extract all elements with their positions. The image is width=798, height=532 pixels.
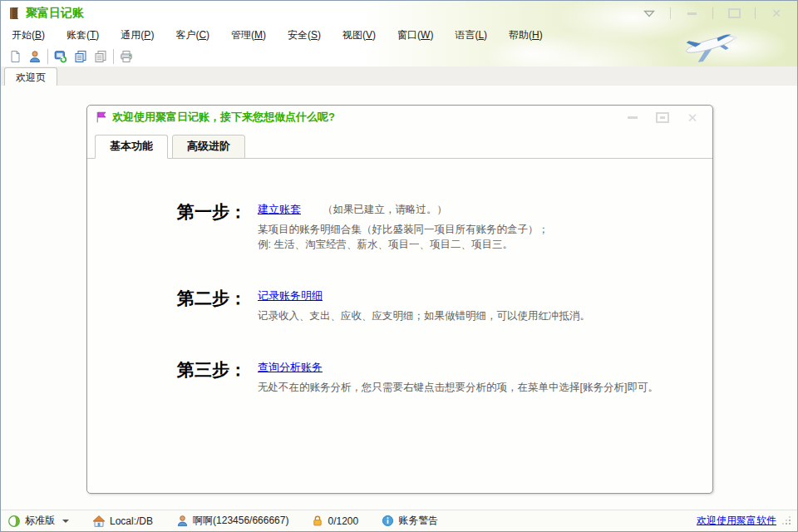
user-icon <box>28 50 42 63</box>
step-2-description: 记录收入、支出、应收、应支明细；如果做错明细，可以使用红冲抵消。 <box>258 308 590 323</box>
quota-status[interactable]: 0/1200 <box>312 515 358 527</box>
controls-divider <box>755 7 756 19</box>
child-title-bar: 欢迎使用聚富日记账，接下来您想做点什么呢? ✕ <box>87 106 712 129</box>
menu-item-security[interactable]: 安全(S) <box>277 24 332 47</box>
child-minimize-button[interactable] <box>624 111 641 123</box>
minimize-icon <box>628 116 638 119</box>
edition-icon <box>7 515 21 528</box>
copy-icon <box>74 50 87 63</box>
menu-item-customer[interactable]: 客户(C) <box>165 24 220 47</box>
app-window: 聚富日记账 ✕ 开始(B) 账套(T) 通用(P) 客户(C) 管理(M) 安全… <box>0 0 798 532</box>
child-window-controls: ✕ <box>624 111 704 123</box>
maximize-icon <box>656 112 669 123</box>
menu-item-manage[interactable]: 管理(M) <box>220 24 277 47</box>
documents-icon <box>94 50 107 63</box>
menu-item-start[interactable]: 开始(B) <box>1 24 56 47</box>
step-1-description: 某项目的账务明细合集（好比盛装同一项目所有账务的盒子）； 例: 生活、淘宝经营、… <box>258 222 549 252</box>
sync-message-icon <box>54 50 67 63</box>
step-1-label: 第一步： <box>87 202 247 252</box>
documents-button[interactable] <box>91 47 111 66</box>
maximize-button[interactable] <box>725 7 743 20</box>
welcome-child-window: 欢迎使用聚富日记账，接下来您想做点什么呢? ✕ 基本功能 高级进阶 第一步： 建… <box>86 105 713 494</box>
record-details-link[interactable]: 记录账务明细 <box>258 288 323 303</box>
info-icon <box>382 515 394 527</box>
chevron-down-icon <box>62 520 69 523</box>
child-maximize-button[interactable] <box>654 111 671 123</box>
step-3: 第三步： 查询分析账务 无处不在的账务分析，您只需要右键点击想要分析的项，在菜单… <box>87 360 712 395</box>
step-3-label: 第三步： <box>87 360 247 395</box>
child-close-button[interactable]: ✕ <box>684 111 701 123</box>
title-bar: 聚富日记账 ✕ <box>1 1 797 24</box>
step-1: 第一步： 建立账套 （如果已建立，请略过。） 某项目的账务明细合集（好比盛装同一… <box>87 202 712 252</box>
welcome-software-link[interactable]: 欢迎使用聚富软件 <box>697 514 776 528</box>
child-tab-bar: 基本功能 高级进阶 <box>87 129 712 159</box>
airplane-image <box>668 22 751 64</box>
create-ledger-link[interactable]: 建立账套 <box>258 202 301 217</box>
child-window-title: 欢迎使用聚富日记账，接下来您想做点什么呢? <box>112 110 335 125</box>
tab-basic-functions[interactable]: 基本功能 <box>95 135 168 159</box>
user-button[interactable] <box>25 47 45 66</box>
tab-advanced[interactable]: 高级进阶 <box>172 135 245 159</box>
status-bar: 标准版 Local:/DB 啊啊(123456/666667) 0/1200 <box>1 510 797 531</box>
menu-item-ledger[interactable]: 账套(T) <box>56 24 110 47</box>
database-status[interactable]: Local:/DB <box>92 515 153 528</box>
flag-icon <box>96 111 106 123</box>
resize-grip[interactable] <box>783 517 791 525</box>
lock-icon <box>312 515 323 527</box>
controls-divider <box>670 7 671 19</box>
close-icon: ✕ <box>771 7 781 19</box>
user-status[interactable]: 啊啊(123456/666667) <box>176 514 288 528</box>
step-2-label: 第二步： <box>87 288 247 323</box>
menu-item-view[interactable]: 视图(V) <box>332 24 387 47</box>
controls-divider <box>712 7 713 19</box>
close-button[interactable]: ✕ <box>767 7 786 20</box>
window-controls: ✕ <box>640 7 792 20</box>
menu-item-language[interactable]: 语言(L) <box>444 24 498 47</box>
menu-item-help[interactable]: 帮助(H) <box>498 24 554 47</box>
app-logo-book-icon <box>7 7 21 20</box>
user-icon <box>176 515 189 527</box>
step-1-hint: （如果已建立，请略过。） <box>323 203 447 217</box>
sync-button[interactable] <box>51 47 71 66</box>
header-dropdown-button[interactable] <box>640 7 658 20</box>
header: 聚富日记账 ✕ 开始(B) 账套(T) 通用(P) 客户(C) 管理(M) 安全… <box>1 1 797 67</box>
print-button[interactable] <box>116 47 136 66</box>
new-file-button[interactable] <box>5 47 25 66</box>
edition-selector[interactable]: 标准版 <box>7 514 69 528</box>
minimize-button[interactable] <box>682 7 701 20</box>
account-warning[interactable]: 账务警告 <box>382 514 438 528</box>
maximize-icon <box>728 8 741 18</box>
home-icon <box>92 515 106 528</box>
minimize-icon <box>687 12 697 15</box>
tab-welcome-page[interactable]: 欢迎页 <box>4 67 57 86</box>
toolbar-divider <box>47 49 48 64</box>
close-icon: ✕ <box>687 111 698 124</box>
app-title: 聚富日记账 <box>26 6 84 21</box>
step-2: 第二步： 记录账务明细 记录收入、支出、应收、应支明细；如果做错明细，可以使用红… <box>87 288 712 323</box>
menu-item-general[interactable]: 通用(P) <box>110 24 165 47</box>
query-analysis-link[interactable]: 查询分析账务 <box>258 360 323 375</box>
document-tab-strip: 欢迎页 <box>1 66 797 86</box>
steps-panel: 第一步： 建立账套 （如果已建立，请略过。） 某项目的账务明细合集（好比盛装同一… <box>87 159 712 395</box>
new-file-icon <box>8 50 22 63</box>
menu-item-window[interactable]: 窗口(W) <box>387 24 444 47</box>
printer-icon <box>120 50 133 63</box>
copy-button[interactable] <box>71 47 91 66</box>
toolbar-divider <box>113 49 114 64</box>
step-3-description: 无处不在的账务分析，您只需要右键点击想要分析的项，在菜单中选择[账务分析]即可。 <box>258 380 658 395</box>
